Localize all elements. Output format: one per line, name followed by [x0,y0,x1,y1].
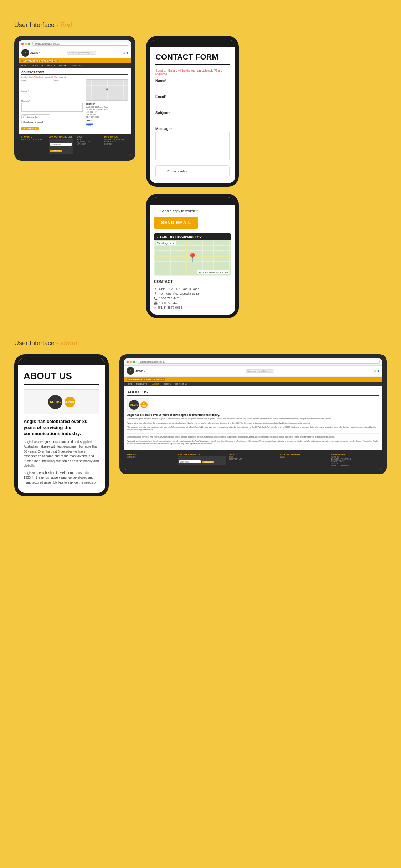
footer-about-account: ACCOUNT MANAGER LOGIN [280,453,329,467]
newsletter-about-input[interactable] [179,460,201,463]
contact-page-content: CONTACT FORM Send an Email. All fields w… [19,68,131,134]
contact-address-1: Unit 5, 173-181 Rooks Road [159,287,200,291]
phone-bottom-content: Send a copy to yourself SEND EMAIL AEGIS… [150,205,235,315]
phone-contact-column: CONTACT FORM Send an Email. All fields w… [146,36,387,318]
about-nav-about[interactable]: ABOUT ▾ [152,383,160,385]
captcha-checkbox-phone[interactable] [159,169,164,174]
send-email-instruction: Send an Email. All fields with an asteri… [21,76,128,78]
send-copy-checkbox-phone[interactable] [154,209,158,213]
input-subject[interactable] [21,95,83,98]
site-logo: A AEGIS ≡ [21,49,40,57]
about-nav-home[interactable]: HOME [127,383,133,385]
about-body-1-phone: Aegis has designed, manufactured and sup… [24,440,99,469]
nav-contact[interactable]: CONTACT US [70,64,82,67]
footer-about-shop-title: SHOP INFO [127,453,175,455]
nav-home[interactable]: HOME [21,64,27,67]
footer-about-mailing: JOIN OUR MAILING LIST SUBSCRIBE [178,453,226,467]
map-brand-label: Aegis Test Equipment Australia [197,270,229,274]
map-pin-icon: 📍 [105,88,109,92]
subscribe-button[interactable]: SUBSCRIBE [50,150,62,152]
email-contact: (61 3) 8872 6665 [86,116,128,118]
phone-icon: 📞 [154,297,158,300]
nav-about[interactable]: ABOUT ▾ [47,64,55,67]
shop-item-3[interactable]: LOT ORDER [77,143,101,145]
map-view-larger[interactable]: View larger map [156,241,176,245]
about-phone-content: ABOUT US AEGIS 80 years Ae [18,365,105,493]
phone-bottom-contact: Send a copy to yourself SEND EMAIL AEGIS… [146,194,239,318]
contact-section-header: User Interface - find [14,21,387,29]
map-road-v [185,240,187,275]
about-devices: ABOUT US AEGIS 80 years Ae [14,354,387,496]
phone-input-email[interactable] [155,100,230,107]
site-header: A AEGIS ≡ What are you looking for... 🔍 … [19,47,131,58]
footer-shop-items: SHOP EQUIPMENT LIST LOT ORDER [77,139,101,145]
footer-info-title: INFORMATION [104,136,128,138]
email-icon: ✉ [154,306,156,309]
address-2: Yermont, Vic. Australia 3133 [86,108,128,110]
dot-green-about [133,361,135,363]
nav-shop[interactable]: SHOP ▾ [59,64,66,67]
header-highlight: find [60,21,72,29]
about-logo-text: AEGIS ≡ [135,370,145,372]
send-email-button[interactable]: SEND EMAIL [154,217,198,229]
newsletter-mini: SUBSCRIBE [49,139,73,154]
tablet-about-screen: aegistestequipment.au A AEGIS ≡ What are… [124,358,382,470]
footer-info-col: INFORMATION DELIVERY INFORMATION PRIVACY… [104,136,128,154]
phone-input-message[interactable] [155,132,230,160]
tablet-browser-bar: aegistestequipment.au [19,40,131,47]
links-title: LINKS [86,119,128,122]
dot-yellow [25,43,27,45]
about-nav-contact[interactable]: CONTACT US [175,383,187,385]
aegis-logo-box: AEGIS 80 years [24,389,99,414]
about-body-4-tablet: Aegis specialises in working with the in… [127,436,379,439]
subnav-item[interactable]: INSTRUMENTS & APPLICATIONS [21,60,58,62]
notch-bar-about [47,359,76,364]
send-copy-checkbox[interactable] [21,121,24,123]
input-message[interactable] [21,103,83,112]
about-search-bar[interactable]: What are you looking for... [246,369,274,373]
about-nav-shop[interactable]: SHOP ▾ [164,383,171,385]
link-facebook[interactable]: Facebook [86,122,128,124]
info-item-3[interactable]: SERVICES [104,143,128,145]
contact-info-title: CONTACT [86,103,128,105]
logo-circle-tablet: AEGIS [129,400,139,410]
contact-email: (61 3) 8872 6665 [158,306,182,309]
phone: 1300 723 447 [86,111,128,113]
nav-products[interactable]: PRODUCTS ▾ [31,64,43,67]
footer-about-mailing-title: JOIN OUR MAILING LIST [178,453,226,455]
newsletter-input[interactable] [50,143,72,146]
dot-yellow-about [130,361,132,363]
page-wrapper: User Interface - find aegistestequipment… [0,0,401,518]
aegis-logo-inner: AEGIS 80 years [48,395,75,409]
label-email: Email * [53,79,83,82]
years-badge-tablet: 80 years [140,401,148,408]
field-message: Message * [21,100,83,113]
footer-shop-info: SHOP INFO Unit 5, 173-181 Rooks Road [21,136,45,154]
map-pin-large: 📍 [187,253,198,263]
about-nav-products[interactable]: PRODUCTS ▾ [136,383,149,385]
phone-captcha: I'm not a robot [155,165,230,177]
subscribe-about-button[interactable]: SUBSCRIBE [202,461,214,463]
aegis-logo-text: AEGIS [50,400,61,404]
captcha-checkbox[interactable] [23,115,26,118]
site-subnav: INSTRUMENTS & APPLICATIONS [19,58,131,63]
about-section-header: User Interface - about [14,340,387,347]
label-message: Message * [21,100,83,102]
submit-button[interactable]: SEND EMAIL [21,127,39,130]
link-twitter[interactable]: Twitter [86,125,128,127]
fax: 1300 723 447 [86,113,128,115]
about-header-icons: 🔍 👤 [374,370,380,372]
map-card: AEGIS TEST EQUIPMENT AU 📍 View larger ma… [154,233,231,276]
phone-input-name[interactable] [155,84,230,91]
aegis-logo-tablet: AEGIS 80 years [127,398,149,412]
input-name[interactable] [21,85,51,88]
footer-about-account-title: ACCOUNT MANAGER [280,453,329,455]
phone-contact-title: CONTACT FORM [155,52,230,65]
about-subnav-item[interactable]: INSTRUMENTS & APPLICATIONS ▾ [127,378,165,381]
notch-bar-2 [178,198,207,204]
input-email[interactable] [53,85,83,88]
search-bar[interactable]: What are you looking for... [67,51,96,55]
about-title-phone: ABOUT US [24,371,99,385]
about-body-3-tablet: The company has had a long-standing rela… [127,426,379,431]
phone-input-subject[interactable] [155,116,230,123]
